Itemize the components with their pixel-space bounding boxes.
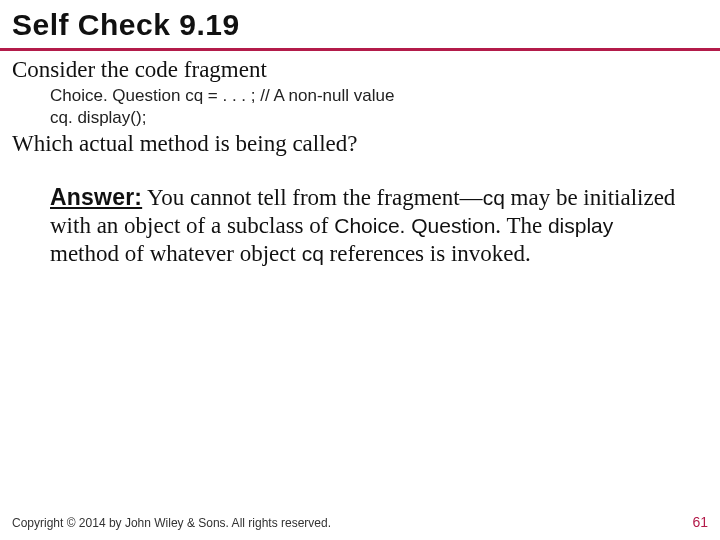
slide-title: Self Check 9.19	[12, 8, 708, 42]
slide-footer: Copyright © 2014 by John Wiley & Sons. A…	[12, 514, 708, 530]
answer-cq2: cq	[302, 242, 324, 265]
answer-method: display	[548, 214, 613, 237]
code-line-2: cq. display();	[50, 107, 708, 129]
answer-text-d: method of whatever object	[50, 241, 302, 266]
code-line-1: Choice. Question cq = . . . ; // A non-n…	[50, 85, 708, 107]
intro-text: Consider the code fragment	[12, 57, 708, 83]
answer-text-c: . The	[495, 213, 548, 238]
answer-cq: cq	[483, 186, 505, 209]
page-number: 61	[692, 514, 708, 530]
answer-text-e: references is invoked.	[324, 241, 531, 266]
slide-content: Consider the code fragment Choice. Quest…	[0, 51, 720, 268]
question-text: Which actual method is being called?	[12, 131, 708, 157]
answer-block: Answer: You cannot tell from the fragmen…	[12, 183, 708, 268]
answer-text-a: You cannot tell from the fragment—	[142, 185, 482, 210]
slide-header: Self Check 9.19	[0, 0, 720, 48]
code-fragment: Choice. Question cq = . . . ; // A non-n…	[12, 85, 708, 129]
answer-label: Answer:	[50, 184, 142, 210]
answer-classname: Choice. Question	[334, 214, 495, 237]
copyright-text: Copyright © 2014 by John Wiley & Sons. A…	[12, 516, 331, 530]
